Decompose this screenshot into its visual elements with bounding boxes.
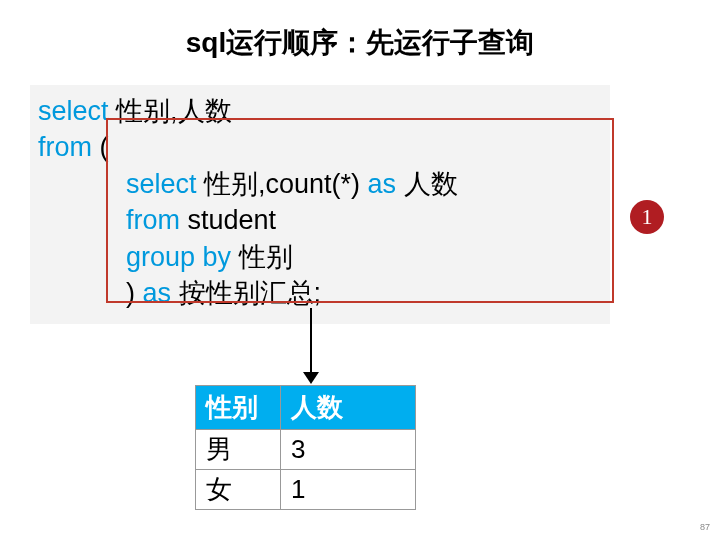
table-header-row: 性别 人数 [196, 386, 416, 430]
table-cell: 女 [196, 470, 281, 510]
table-row: 女 1 [196, 470, 416, 510]
table-cell: 3 [281, 430, 416, 470]
table-row: 男 3 [196, 430, 416, 470]
page-number: 87 [700, 522, 710, 532]
slide-title: sql运行顺序：先运行子查询 [0, 24, 720, 62]
keyword-from: from [38, 132, 92, 162]
arrow-head-icon [303, 372, 319, 384]
step-badge-1: 1 [630, 200, 664, 234]
keyword-select: select [38, 96, 109, 126]
table-header: 性别 [196, 386, 281, 430]
table-cell: 男 [196, 430, 281, 470]
table-cell: 1 [281, 470, 416, 510]
subquery-highlight-box [106, 118, 614, 303]
table-header: 人数 [281, 386, 416, 430]
result-table: 性别 人数 男 3 女 1 [195, 385, 416, 510]
arrow-line [310, 308, 312, 376]
